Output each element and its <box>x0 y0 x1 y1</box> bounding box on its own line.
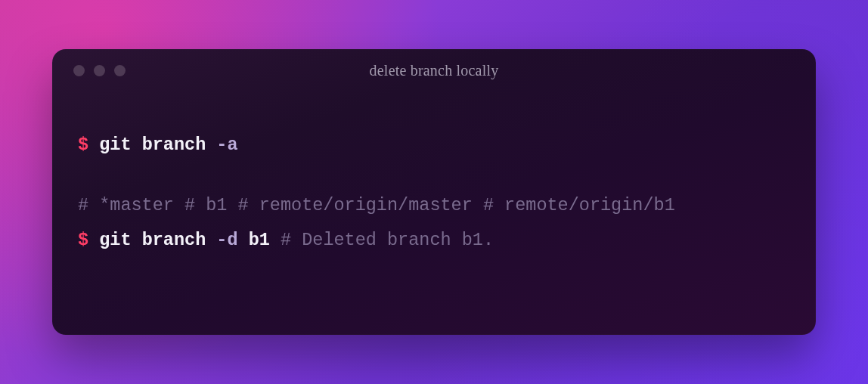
inline-comment: # Deleted branch b1. <box>270 230 494 250</box>
command-arg: b1 <box>238 230 270 250</box>
titlebar: delete branch locally <box>52 49 816 91</box>
command-flag: -d <box>216 230 237 250</box>
window-title: delete branch locally <box>52 62 816 79</box>
spacer <box>78 163 790 188</box>
terminal-line: $ git branch -d b1 # Deleted branch b1. <box>78 223 790 258</box>
command-text: git branch <box>99 230 216 250</box>
terminal-line: # *master # b1 # remote/origin/master # … <box>78 188 790 223</box>
background: delete branch locally $ git branch -a # … <box>0 0 868 384</box>
command-text: git branch <box>99 135 216 155</box>
prompt-symbol: $ <box>78 135 88 155</box>
output-comment: # *master # b1 # remote/origin/master # … <box>78 195 675 215</box>
maximize-icon[interactable] <box>114 65 126 76</box>
terminal-body: $ git branch -a # *master # b1 # remote/… <box>52 91 816 257</box>
terminal-window: delete branch locally $ git branch -a # … <box>52 49 816 335</box>
close-icon[interactable] <box>73 65 85 76</box>
terminal-line: $ git branch -a <box>78 128 790 163</box>
prompt-symbol: $ <box>78 230 88 250</box>
traffic-lights <box>73 65 126 76</box>
minimize-icon[interactable] <box>94 65 105 76</box>
command-flag: -a <box>216 135 237 155</box>
